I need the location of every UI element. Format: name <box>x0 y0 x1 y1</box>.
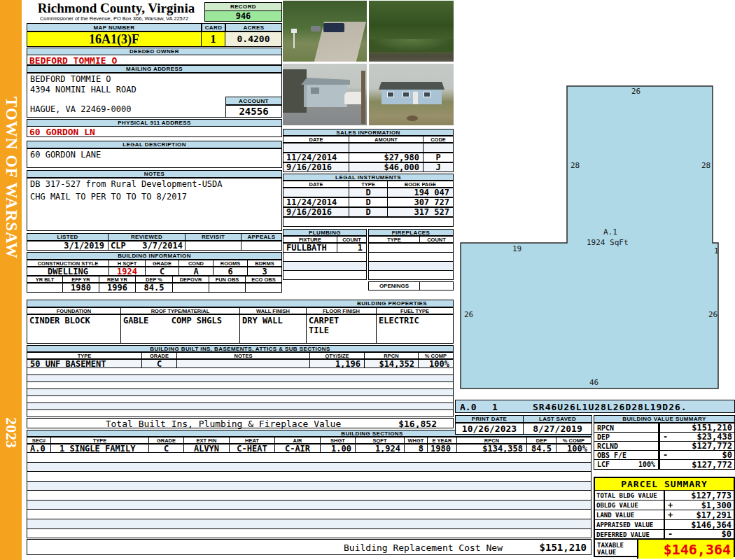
bs-comp-label: % COMP <box>556 437 592 444</box>
sales-amount-label: AMOUNT <box>349 136 424 143</box>
effyr-value: 1980 <box>63 283 99 293</box>
mailing-line1: BEDFORD TOMMIE O <box>30 74 111 84</box>
dep-pct-label: DEP % <box>136 276 173 283</box>
dep-pct-value: 84.5 <box>136 283 173 293</box>
building-value-summary-label: BUILDING VALUE SUMMARY <box>594 415 735 423</box>
building-information-label: BUILDING INFORMATION <box>27 252 282 260</box>
bvs-row-rpcn: RPCN $151,210 <box>594 423 735 433</box>
ps-obldg-label: OBLDG VALUE <box>595 500 665 510</box>
building-sections-row: A.0 1 SINGLE FAMILY C ALVYN C-HEAT C-AIR… <box>27 444 592 453</box>
photo-driveway[interactable] <box>283 1 367 62</box>
legal-description-value: 60 GORDON LANE <box>30 150 101 160</box>
bs-air-label: AIR <box>275 437 321 444</box>
bvs-dep-label: DEP <box>594 432 659 442</box>
building-properties-label: BUILDING PROPERTIES <box>27 300 454 307</box>
roof-value: GABLE COMP SHGLS <box>121 314 240 344</box>
instruments-headers: DATE TYPE BOOK PAGE <box>283 181 454 188</box>
house-window-1 <box>387 92 394 97</box>
ps-total-bldg-value: $127,773 <box>691 491 732 500</box>
account-value: 24556 <box>225 105 282 118</box>
building-properties-values: CINDER BLOCK GABLE COMP SHGLS DRY WALL C… <box>27 314 454 344</box>
bi-grade-value: C <box>142 359 177 368</box>
bi-comp-label: % COMP <box>419 352 454 359</box>
cond-value: A <box>179 267 214 276</box>
fireplaces-empty-rows <box>368 253 454 280</box>
li-type-2: D <box>349 207 388 217</box>
roof-type-value: GABLE <box>123 316 148 326</box>
ps-land-sign: + <box>668 510 673 520</box>
ps-land-cell: + $17,291 <box>665 510 734 519</box>
li-type-1: D <box>349 197 388 207</box>
bi-qty-label: QTY/SIZE <box>310 352 365 359</box>
mailing-line3: HAGUE, VA 22469-0000 <box>30 104 132 114</box>
revisit-label: REVISIT <box>186 233 241 241</box>
photo-shed[interactable] <box>283 64 367 125</box>
building-sketch <box>455 0 735 399</box>
hsqft-label: H SQFT <box>109 260 146 267</box>
construction-style-value: DWELLING <box>27 267 109 276</box>
bi-type-label: TYPE <box>27 352 142 359</box>
building-info-header2: YR BLT EFF YR REM YR DEP % DEPOVR FUN OB… <box>27 276 282 283</box>
bs-whgt-value: 8 <box>405 444 428 453</box>
bvs-row-dep: DEP - $23,438 <box>594 432 735 442</box>
bs-type-value: 1 SINGLE FAMILY <box>51 444 149 453</box>
sales-code-label: CODE <box>424 136 454 143</box>
fireplaces-label: FIREPLACES <box>368 229 454 236</box>
grade-label: GRADE <box>146 260 179 267</box>
bs-comp-value: 100% <box>556 444 592 453</box>
rooms-value: 6 <box>214 267 248 276</box>
ps-obldg-cell: + $1,300 <box>665 500 734 510</box>
bs-sqft-value: 1,924 <box>356 444 405 453</box>
bs-air-value: C-AIR <box>275 444 321 453</box>
reviewed-value: CLP 3/7/2014 <box>108 241 186 251</box>
sales-amount-0 <box>349 143 424 153</box>
print-header-row: PRINT DATE LAST SAVED <box>455 415 592 423</box>
bs-whgt-label: WHGT <box>405 437 428 444</box>
sketch-dim-lower-left: 26 <box>464 310 473 319</box>
plumbing-label: PLUMBING <box>283 229 367 236</box>
built-ins-label: BUILDING BUILT INS, BASEMENTS, ATTICS & … <box>27 345 454 352</box>
ecoobs-value <box>246 283 282 293</box>
appeals-label: APPEALS <box>241 233 282 241</box>
map-number-value: 16A1(3)F <box>27 31 202 47</box>
bs-dep-label: DEP <box>527 437 556 444</box>
legal-description-box: 60 GORDON LANE <box>27 148 282 168</box>
mailing-address-label: MAILING ADDRESS <box>27 65 282 73</box>
parcel-summary-title: PARCEL SUMMARY <box>595 478 734 491</box>
ps-obldg-sign: + <box>668 500 673 510</box>
ps-row-total-bldg: TOTAL BLDG VALUE $127,773 <box>595 491 734 500</box>
ps-deferred-sign: - <box>668 529 673 539</box>
second-car <box>311 26 321 31</box>
instruments-row-1: 11/24/2014 D 307 727 <box>283 197 454 207</box>
ps-land-value: $17,291 <box>696 510 732 520</box>
plumbing-headers: FIXTURE COUNT <box>283 236 367 243</box>
bvs-rpcn-value: $151,210 <box>692 423 732 433</box>
bi-rpcn-label: RPCN <box>365 352 419 359</box>
building-info-header1: CONSTRUCTION STYLE H SQFT GRADE COND ROO… <box>27 260 282 267</box>
bvs-rclnd-label: RCLND <box>594 441 659 451</box>
bs-sqft-label: SQFT <box>356 437 405 444</box>
li-bookpage-0: 194 047 <box>388 188 454 197</box>
instruments-row-2: 9/16/2016 D 317 527 <box>283 207 454 217</box>
sales-information-label: SALES INFORMATION <box>283 129 454 136</box>
rooms-label: ROOMS <box>214 260 248 267</box>
photo-treeline[interactable] <box>369 1 454 62</box>
bi-comp-value: 100% <box>419 359 454 368</box>
bvs-lcf-value: $127,772 <box>692 460 732 470</box>
built-ins-headers: TYPE GRADE NOTES QTY/SIZE RPCN % COMP <box>27 352 454 359</box>
sketch-area: 26 28 28 A.1 1924 SqFt 19 1 26 26 46 <box>455 0 735 399</box>
photo-house[interactable] <box>369 64 454 125</box>
bi-type-value: 50 UNF BASEMENT <box>27 359 142 368</box>
li-date-1: 11/24/2014 <box>283 197 349 207</box>
parcel-summary: PARCEL SUMMARY TOTAL BLDG VALUE $127,773… <box>594 477 735 557</box>
yrblt-value <box>27 283 63 293</box>
ps-deferred-value: $0 <box>722 529 732 539</box>
bvs-lcf-label-cell: LCF 100% <box>594 459 659 470</box>
sketch-area-sqft: 1924 SqFt <box>587 238 629 247</box>
ps-obldg-value: $1,300 <box>701 500 732 510</box>
plumbing-count-value: 1 <box>337 243 367 253</box>
bvs-lcf-label: LCF <box>597 461 610 468</box>
ps-taxable-value: $146,364 <box>638 540 734 559</box>
bs-grade-label: GRADE <box>149 437 184 444</box>
sales-date-label: DATE <box>283 136 349 143</box>
